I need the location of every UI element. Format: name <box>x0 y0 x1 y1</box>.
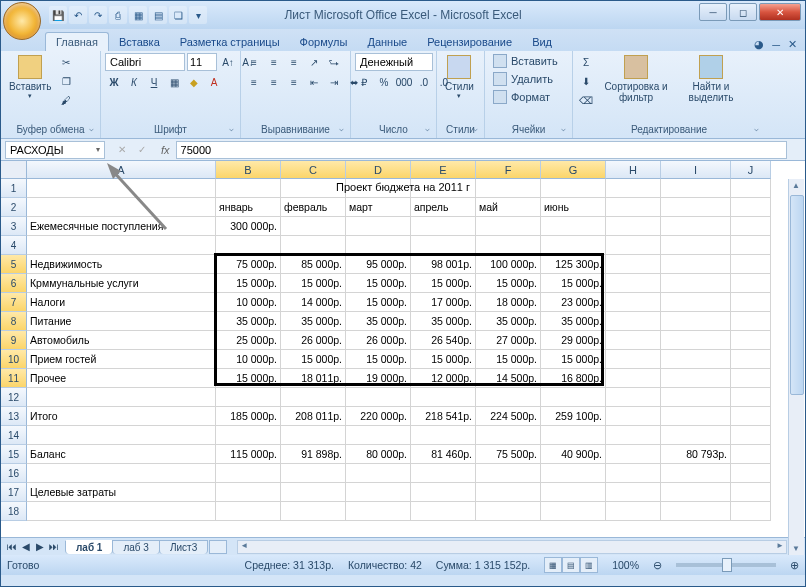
cell[interactable]: Целевые затраты <box>27 483 216 502</box>
cell[interactable]: 185 000р. <box>216 407 281 426</box>
cell[interactable] <box>541 483 606 502</box>
cell[interactable] <box>731 179 771 198</box>
percent-icon[interactable]: % <box>375 73 393 91</box>
cell[interactable] <box>476 426 541 445</box>
cell[interactable] <box>731 312 771 331</box>
cell[interactable] <box>476 483 541 502</box>
cell[interactable]: 19 000р. <box>346 369 411 388</box>
row-header[interactable]: 14 <box>1 426 27 445</box>
cell[interactable] <box>661 369 731 388</box>
cell[interactable]: январь <box>216 198 281 217</box>
qat-item[interactable]: ❏ <box>169 6 187 24</box>
cell[interactable] <box>731 464 771 483</box>
tab-formulas[interactable]: Формулы <box>290 33 358 51</box>
cell[interactable] <box>606 350 661 369</box>
cell[interactable]: 15 000р. <box>411 274 476 293</box>
cell[interactable] <box>27 198 216 217</box>
cell[interactable] <box>411 388 476 407</box>
cell[interactable]: Недвижимость <box>27 255 216 274</box>
cell[interactable] <box>606 274 661 293</box>
align-right-icon[interactable]: ≡ <box>285 73 303 91</box>
font-size-input[interactable] <box>187 53 217 71</box>
cell[interactable]: 15 000р. <box>346 274 411 293</box>
worksheet-grid[interactable]: ABCDEFGHIJ 123456789101112131415161718 П… <box>1 161 805 537</box>
styles-button[interactable]: Стили ▾ <box>441 53 478 102</box>
vertical-scrollbar[interactable] <box>788 179 804 555</box>
cell[interactable]: 17 000р. <box>411 293 476 312</box>
cell[interactable] <box>27 179 216 198</box>
sheet-nav-last-icon[interactable]: ⏭ <box>47 540 61 554</box>
cell[interactable] <box>731 483 771 502</box>
cell[interactable] <box>731 426 771 445</box>
cell[interactable] <box>731 407 771 426</box>
sort-filter-button[interactable]: Сортировка и фильтр <box>597 53 675 105</box>
cell[interactable]: 23 000р. <box>541 293 606 312</box>
column-header[interactable]: D <box>346 161 411 179</box>
cell[interactable]: 15 000р. <box>281 350 346 369</box>
cell[interactable] <box>27 426 216 445</box>
qat-print-icon[interactable]: ⎙ <box>109 6 127 24</box>
font-color-icon[interactable]: A <box>205 73 223 91</box>
sheet-nav-next-icon[interactable]: ▶ <box>33 540 47 554</box>
cell[interactable]: Прием гостей <box>27 350 216 369</box>
view-normal-icon[interactable]: ▦ <box>544 557 562 573</box>
cell[interactable]: 25 000р. <box>216 331 281 350</box>
cell[interactable] <box>27 502 216 521</box>
wrap-text-icon[interactable]: ⮑ <box>325 53 343 71</box>
cell[interactable] <box>606 293 661 312</box>
doc-close-icon[interactable]: ✕ <box>788 38 797 51</box>
tab-review[interactable]: Рецензирование <box>417 33 522 51</box>
cell[interactable] <box>661 198 731 217</box>
formula-input[interactable]: 75000 <box>176 141 787 159</box>
cell[interactable]: 35 000р. <box>541 312 606 331</box>
qat-save-icon[interactable]: 💾 <box>49 6 67 24</box>
cell[interactable]: 40 900р. <box>541 445 606 464</box>
bold-button[interactable]: Ж <box>105 73 123 91</box>
cell[interactable] <box>606 236 661 255</box>
cell[interactable] <box>216 179 281 198</box>
cell[interactable] <box>606 312 661 331</box>
column-header[interactable]: C <box>281 161 346 179</box>
cut-icon[interactable]: ✂ <box>57 53 75 71</box>
indent-dec-icon[interactable]: ⇤ <box>305 73 323 91</box>
cell[interactable]: 15 000р. <box>346 293 411 312</box>
row-header[interactable]: 2 <box>1 198 27 217</box>
cancel-formula-icon[interactable]: ✕ <box>113 141 131 159</box>
align-middle-icon[interactable]: ≡ <box>265 53 283 71</box>
cell[interactable]: 29 000р. <box>541 331 606 350</box>
fill-color-icon[interactable]: ◆ <box>185 73 203 91</box>
align-center-icon[interactable]: ≡ <box>265 73 283 91</box>
cell[interactable]: апрель <box>411 198 476 217</box>
cell[interactable]: 12 000р. <box>411 369 476 388</box>
cell[interactable] <box>606 217 661 236</box>
cell[interactable] <box>606 369 661 388</box>
cell[interactable] <box>606 445 661 464</box>
row-header[interactable]: 16 <box>1 464 27 483</box>
cell[interactable]: 26 540р. <box>411 331 476 350</box>
enter-formula-icon[interactable]: ✓ <box>133 141 151 159</box>
cell[interactable] <box>216 483 281 502</box>
cell[interactable] <box>411 483 476 502</box>
cell[interactable]: 208 011р. <box>281 407 346 426</box>
cell[interactable] <box>661 464 731 483</box>
cell[interactable] <box>541 426 606 445</box>
cell[interactable] <box>606 198 661 217</box>
tab-insert[interactable]: Вставка <box>109 33 170 51</box>
cell[interactable]: 10 000р. <box>216 293 281 312</box>
format-painter-icon[interactable]: 🖌 <box>57 91 75 109</box>
cell[interactable] <box>606 464 661 483</box>
cell[interactable] <box>216 236 281 255</box>
cell[interactable] <box>731 388 771 407</box>
cell[interactable]: 224 500р. <box>476 407 541 426</box>
paste-button[interactable]: Вставить ▾ <box>5 53 55 102</box>
column-header[interactable]: J <box>731 161 771 179</box>
cell[interactable] <box>476 179 541 198</box>
currency-icon[interactable]: ₽ <box>355 73 373 91</box>
zoom-level[interactable]: 100% <box>612 559 639 571</box>
cell[interactable]: 75 500р. <box>476 445 541 464</box>
cell[interactable] <box>661 255 731 274</box>
cell[interactable]: 15 000р. <box>541 274 606 293</box>
border-icon[interactable]: ▦ <box>165 73 183 91</box>
fill-icon[interactable]: ⬇ <box>577 72 595 90</box>
cell[interactable] <box>541 236 606 255</box>
